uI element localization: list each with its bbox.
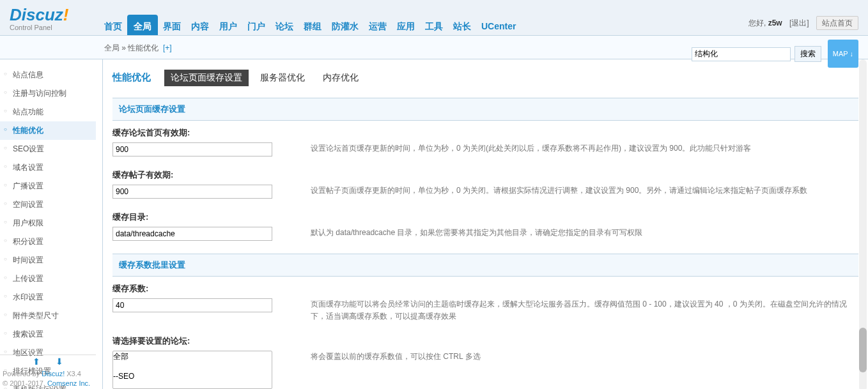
sidebar-item-11[interactable]: 上传设置: [0, 270, 96, 288]
topnav-UCenter[interactable]: UCenter: [476, 16, 521, 36]
topnav-工具[interactable]: 工具: [420, 16, 448, 38]
sidebar-item-5[interactable]: 域名设置: [0, 158, 96, 177]
topnav-群组[interactable]: 群组: [298, 16, 327, 38]
copyright: Powered by Discuz! X3.4 © 2001-2017, Com…: [0, 368, 96, 389]
label-index-cache: 缓存论坛首页有效期:: [112, 127, 858, 139]
subtab-2[interactable]: 内存优化: [316, 70, 365, 86]
sidebar-item-6[interactable]: 广播设置: [0, 177, 96, 195]
input-cache-coef[interactable]: [112, 298, 272, 312]
main-content: 性能优化 论坛页面缓存设置服务器优化内存优化 论坛页面缓存设置 缓存论坛首页有效…: [102, 59, 868, 389]
label-cache-coef: 缓存系数:: [112, 283, 858, 294]
subtab-title: 性能优化: [112, 69, 157, 86]
scroll-thumb[interactable]: [859, 328, 867, 372]
sidebar-item-1[interactable]: 注册与访问控制: [0, 84, 96, 103]
input-index-cache[interactable]: [112, 142, 272, 156]
comsenz-link[interactable]: Comsenz Inc.: [47, 379, 90, 387]
sidebar-item-2[interactable]: 站点功能: [0, 103, 96, 121]
desc-select-forum: 将会覆盖以前的缓存系数值，可以按住 CTRL 多选: [311, 351, 858, 389]
desc-index-cache: 设置论坛首页缓存更新的时间，单位为秒，0 为关闭(此处关闭以后，缓存系数将不再起…: [311, 142, 858, 156]
sidebar-item-3[interactable]: 性能优化: [0, 121, 96, 140]
discuz-link[interactable]: Discuz!: [42, 370, 65, 378]
topnav-内容[interactable]: 内容: [186, 16, 214, 38]
top-nav: 首页全局界面内容用户门户论坛群组防灌水运营应用工具站长UCenter: [99, 16, 521, 38]
sidebar-item-0[interactable]: 站点信息: [0, 66, 96, 84]
subtab-0[interactable]: 论坛页面缓存设置: [164, 70, 249, 86]
topnav-界面[interactable]: 界面: [158, 16, 186, 38]
topnav-应用[interactable]: 应用: [392, 16, 420, 38]
topnav-门户[interactable]: 门户: [242, 16, 270, 38]
label-cache-dir: 缓存目录:: [112, 211, 858, 223]
topnav-运营[interactable]: 运营: [364, 16, 392, 38]
sub-tabs: 性能优化 论坛页面缓存设置服务器优化内存优化: [112, 69, 858, 86]
username: z5w: [768, 19, 782, 27]
desc-cache-coef: 页面缓存功能可以将会员经常访问的主题临时缓存起来，缓解大型论坛服务器压力。缓存阀…: [311, 298, 858, 323]
desc-thread-cache: 设置帖子页面缓存更新的时间，单位为秒，0 为关闭。请根据实际情况进行调整，建议设…: [311, 185, 858, 199]
sidebar-item-9[interactable]: 积分设置: [0, 233, 96, 251]
topnav-防灌水[interactable]: 防灌水: [327, 16, 364, 38]
sidebar-item-12[interactable]: 水印设置: [0, 288, 96, 307]
user-info: 您好, z5w [退出] 站点首页: [748, 18, 858, 29]
section-cache-coef: 缓存系数批里设置: [112, 254, 858, 277]
sidebar-item-8[interactable]: 用户权限: [0, 214, 96, 233]
sidebar-down-icon[interactable]: ⬇: [54, 356, 65, 364]
sidebar-item-7[interactable]: 空间设置: [0, 195, 96, 214]
breadcrumb-page: 性能优化: [128, 43, 159, 52]
sidebar-item-14[interactable]: 搜索设置: [0, 325, 96, 344]
breadcrumb-plus[interactable]: [+]: [163, 43, 172, 52]
subtab-1[interactable]: 服务器优化: [254, 70, 311, 86]
breadcrumb-root[interactable]: 全局: [104, 43, 120, 52]
site-home-button[interactable]: 站点首页: [816, 16, 858, 30]
sidebar-item-13[interactable]: 附件类型尺寸: [0, 307, 96, 325]
topnav-站长[interactable]: 站长: [448, 16, 476, 38]
label-thread-cache: 缓存帖子有效期:: [112, 169, 858, 181]
input-thread-cache[interactable]: [112, 185, 272, 199]
logout-link[interactable]: [退出]: [789, 19, 809, 27]
sidebar-up-icon[interactable]: ⬆: [31, 356, 42, 364]
section-forum-cache: 论坛页面缓存设置: [112, 98, 858, 121]
sidebar-item-4[interactable]: SEO设置: [0, 140, 96, 158]
sidebar-item-10[interactable]: 时间设置: [0, 251, 96, 270]
logo: Discuz! Control Panel: [10, 5, 68, 31]
input-cache-dir[interactable]: [112, 227, 272, 241]
breadcrumb: 全局 » 性能优化 [+]: [104, 43, 172, 52]
label-select-forum: 请选择要设置的论坛:: [112, 335, 858, 347]
topnav-论坛[interactable]: 论坛: [270, 16, 298, 38]
select-forum[interactable]: 全部--SEO: [112, 351, 272, 389]
scrollbar[interactable]: [859, 59, 867, 389]
desc-cache-dir: 默认为 data/threadcache 目录，如果您需要将其指定为其他目录，请…: [311, 227, 858, 241]
topnav-用户[interactable]: 用户: [214, 16, 242, 38]
topnav-首页[interactable]: 首页: [99, 16, 127, 38]
sidebar: 站点信息注册与访问控制站点功能性能优化SEO设置域名设置广播设置空间设置用户权限…: [0, 59, 96, 389]
topnav-全局[interactable]: 全局: [127, 15, 158, 38]
